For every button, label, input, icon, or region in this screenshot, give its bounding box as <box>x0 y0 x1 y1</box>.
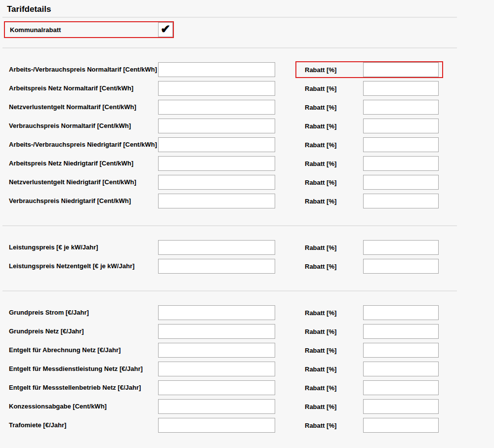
rabatt-group: Rabatt [%] <box>295 304 443 321</box>
rabatt-label: Rabatt [%] <box>305 309 363 317</box>
rabatt-label: Rabatt [%] <box>305 366 363 373</box>
field-label: Verbrauchspreis Niedrigtarif [Cent/kWh] <box>9 198 158 204</box>
value-input[interactable] <box>158 324 275 339</box>
value-input[interactable] <box>158 380 275 395</box>
form-row: Netzverlustentgelt Normaltarif [Cent/kWh… <box>0 100 494 115</box>
rabatt-group: Rabatt [%] <box>295 342 443 359</box>
field-label: Trafomiete [€/Jahr] <box>9 422 158 429</box>
field-label: Netzverlustentgelt Normaltarif [Cent/kWh… <box>9 104 158 111</box>
form-row: Verbrauchspreis Niedrigtarif [Cent/kWh] … <box>0 194 494 208</box>
rabatt-label: Rabatt [%] <box>305 66 363 74</box>
value-input[interactable] <box>158 137 275 152</box>
rabatt-label: Rabatt [%] <box>305 328 363 335</box>
value-input[interactable] <box>158 156 275 171</box>
form-row: Entgelt für Messstellenbetrieb Netz [€/J… <box>0 380 494 395</box>
field-label: Verbrauchspreis Normaltarif [Cent/kWh] <box>9 122 158 129</box>
field-label: Arbeits-/Verbrauchspreis Normaltarif [Ce… <box>9 66 158 73</box>
rabatt-input[interactable] <box>363 175 439 190</box>
value-input[interactable] <box>158 175 275 190</box>
form-section: Leistungspreis [€ je kW/Jahr] Rabatt [%]… <box>0 226 494 287</box>
form-row: Verbrauchspreis Normaltarif [Cent/kWh] R… <box>0 119 494 133</box>
rabatt-group: Rabatt [%] <box>295 258 443 275</box>
rabatt-group: Rabatt [%] <box>295 239 443 256</box>
form-row: Netzverlustentgelt Niedrigtarif [Cent/kW… <box>0 175 494 190</box>
rabatt-input[interactable] <box>363 62 439 77</box>
field-label: Entgelt für Messdienstleistung Netz [€/J… <box>9 366 158 372</box>
field-label: Entgelt für Messstellenbetrieb Netz [€/J… <box>9 384 158 391</box>
rabatt-input[interactable] <box>363 399 439 414</box>
rabatt-label: Rabatt [%] <box>305 104 363 111</box>
form-row: Grundpreis Strom [€/Jahr] Rabatt [%] <box>0 305 494 320</box>
form-row: Arbeitspreis Netz Normaltarif [Cent/kWh]… <box>0 81 494 96</box>
field-label: Grundpreis Netz [€/Jahr] <box>9 328 158 335</box>
rabatt-label: Rabatt [%] <box>305 244 363 251</box>
rabatt-label: Rabatt [%] <box>305 263 363 270</box>
form-section: Grundpreis Strom [€/Jahr] Rabatt [%] Gru… <box>0 291 494 447</box>
form-row: Trafomiete [€/Jahr] Rabatt [%] <box>0 418 494 433</box>
value-input[interactable] <box>158 259 275 274</box>
kommunalrabatt-label: Kommunalrabatt <box>10 26 61 34</box>
value-input[interactable] <box>158 418 275 433</box>
form-row: Entgelt für Abrechnung Netz [€/Jahr] Rab… <box>0 343 494 358</box>
field-label: Leistungspreis Netzentgelt [€ je kW/Jahr… <box>9 263 158 270</box>
rabatt-group: Rabatt [%] <box>295 193 443 209</box>
page-title: Tarifdetails <box>7 4 494 14</box>
rabatt-input[interactable] <box>363 324 439 339</box>
rabatt-group: Rabatt [%] <box>295 379 443 396</box>
field-label: Grundpreis Strom [€/Jahr] <box>9 309 158 316</box>
rabatt-label: Rabatt [%] <box>305 179 363 186</box>
value-input[interactable] <box>158 100 275 115</box>
rabatt-group: Rabatt [%] <box>295 99 443 116</box>
checkmark-icon: ✔ <box>161 23 170 35</box>
rabatt-group: Rabatt [%] <box>295 155 443 172</box>
field-label: Konzessionsabgabe [Cent/kWh] <box>9 403 158 410</box>
title-divider <box>2 17 457 18</box>
rabatt-input[interactable] <box>363 418 439 433</box>
form-row: Arbeits-/Verbrauchspreis Niedrigtarif [C… <box>0 137 494 152</box>
field-label: Entgelt für Abrechnung Netz [€/Jahr] <box>9 347 158 354</box>
value-input[interactable] <box>158 362 275 376</box>
rabatt-label: Rabatt [%] <box>305 422 363 429</box>
value-input[interactable] <box>158 62 275 77</box>
rabatt-group: Rabatt [%] <box>295 136 443 153</box>
kommunalrabatt-row: Kommunalrabatt ✔ <box>4 21 174 38</box>
value-input[interactable] <box>158 194 275 208</box>
field-label: Arbeitspreis Netz Normaltarif [Cent/kWh] <box>9 85 158 92</box>
value-input[interactable] <box>158 81 275 96</box>
rabatt-input[interactable] <box>363 380 439 395</box>
form-row: Grundpreis Netz [€/Jahr] Rabatt [%] <box>0 324 494 339</box>
rabatt-input[interactable] <box>363 81 439 96</box>
field-label: Leistungspreis [€ je kW/Jahr] <box>9 244 158 251</box>
form-row: Entgelt für Messdienstleistung Netz [€/J… <box>0 362 494 376</box>
field-label: Arbeitspreis Netz Niedrigtarif [Cent/kWh… <box>9 160 158 167</box>
kommunalrabatt-checkbox[interactable]: ✔ <box>158 22 173 37</box>
form-row: Arbeitspreis Netz Niedrigtarif [Cent/kWh… <box>0 156 494 171</box>
value-input[interactable] <box>158 399 275 414</box>
rabatt-input[interactable] <box>363 305 439 320</box>
rabatt-group: Rabatt [%] <box>295 61 443 78</box>
rabatt-label: Rabatt [%] <box>305 198 363 205</box>
value-input[interactable] <box>158 240 275 255</box>
rabatt-input[interactable] <box>363 362 439 376</box>
rabatt-input[interactable] <box>363 343 439 358</box>
rabatt-label: Rabatt [%] <box>305 85 363 92</box>
rabatt-group: Rabatt [%] <box>295 417 443 434</box>
rabatt-group: Rabatt [%] <box>295 80 443 97</box>
form-row: Leistungspreis [€ je kW/Jahr] Rabatt [%] <box>0 240 494 255</box>
rabatt-input[interactable] <box>363 100 439 115</box>
rabatt-group: Rabatt [%] <box>295 174 443 191</box>
rabatt-input[interactable] <box>363 259 439 274</box>
rabatt-input[interactable] <box>363 119 439 133</box>
value-input[interactable] <box>158 119 275 133</box>
rabatt-input[interactable] <box>363 240 439 255</box>
field-label: Arbeits-/Verbrauchspreis Niedrigtarif [C… <box>9 141 158 148</box>
rabatt-input[interactable] <box>363 156 439 171</box>
value-input[interactable] <box>158 305 275 320</box>
value-input[interactable] <box>158 343 275 358</box>
rabatt-label: Rabatt [%] <box>305 160 363 167</box>
rabatt-group: Rabatt [%] <box>295 361 443 377</box>
rabatt-input[interactable] <box>363 137 439 152</box>
rabatt-group: Rabatt [%] <box>295 323 443 340</box>
rabatt-label: Rabatt [%] <box>305 403 363 410</box>
rabatt-input[interactable] <box>363 194 439 208</box>
